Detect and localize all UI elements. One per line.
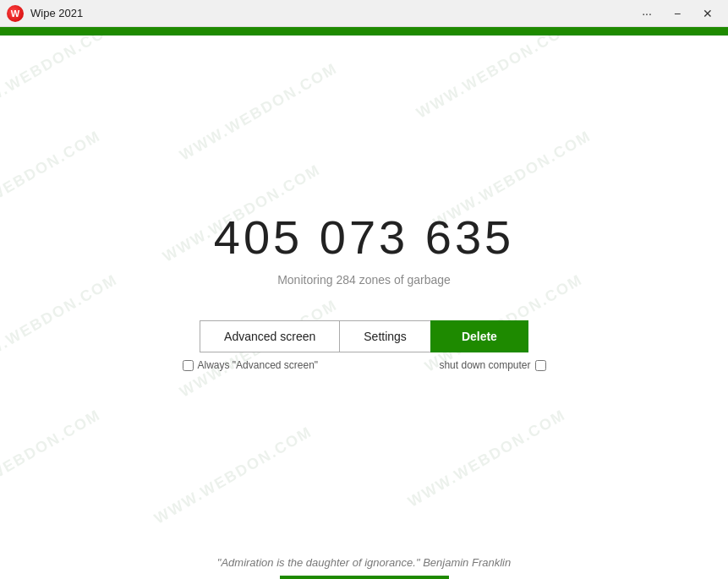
always-advanced-checkbox[interactable] — [183, 360, 194, 371]
app-title: Wipe 2021 — [30, 7, 83, 19]
menu-dots-button[interactable]: ··· — [633, 2, 660, 25]
delete-button[interactable]: Delete — [430, 320, 528, 352]
shutdown-label[interactable]: shut down computer — [439, 359, 545, 371]
logo-letter: W — [11, 8, 19, 19]
minimize-button[interactable]: − — [664, 2, 691, 25]
title-bar-left: W Wipe 2021 — [7, 5, 83, 22]
always-advanced-label[interactable]: Always "Advanced screen" — [183, 359, 319, 371]
counter-number: 405 073 635 — [214, 210, 514, 265]
green-top-bar — [0, 27, 728, 36]
bottom-green-accent — [280, 576, 449, 579]
shutdown-text: shut down computer — [439, 359, 530, 371]
settings-button[interactable]: Settings — [339, 320, 430, 352]
advanced-screen-button[interactable]: Advanced screen — [200, 320, 339, 352]
buttons-row: Advanced screen Settings Delete — [200, 320, 528, 352]
quote-text: "Admiration is the daughter of ignorance… — [217, 556, 511, 569]
title-bar-controls: ··· − ✕ — [633, 2, 721, 25]
shutdown-checkbox[interactable] — [535, 360, 546, 371]
monitoring-text: Monitoring 284 zones of garbage — [277, 273, 451, 287]
always-advanced-text: Always "Advanced screen" — [198, 359, 319, 371]
bottom-bar: "Admiration is the daughter of ignorance… — [0, 545, 728, 579]
close-button[interactable]: ✕ — [694, 2, 721, 25]
main-content: 405 073 635 Monitoring 284 zones of garb… — [0, 36, 728, 545]
options-row: Always "Advanced screen" shut down compu… — [183, 359, 546, 371]
app-logo: W — [7, 5, 24, 22]
title-bar: W Wipe 2021 ··· − ✕ — [0, 0, 728, 27]
